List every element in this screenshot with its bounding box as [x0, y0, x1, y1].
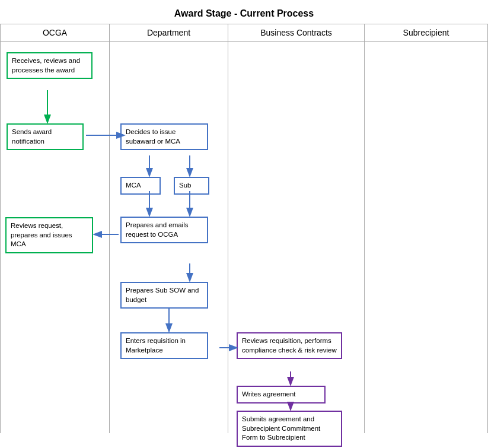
- box-reviews-req: Reviews requisition, performs compliance…: [237, 332, 342, 359]
- lane-body-biz: Reviews requisition, performs compliance…: [228, 42, 365, 433]
- box-decides: Decides to issue subaward or MCA: [120, 123, 208, 150]
- box-sub: Sub: [174, 177, 209, 195]
- box-sends: Sends award notification: [7, 123, 84, 150]
- box-reviews-request: Reviews request, prepares and issues MCA: [5, 217, 93, 253]
- box-prepares-sub: Prepares Sub SOW and budget: [120, 282, 208, 309]
- page-title: Award Stage - Current Process: [0, 0, 488, 24]
- lane-body-dept: Decides to issue subaward or MCA MCA Sub…: [110, 42, 228, 433]
- box-submits-agreement: Submits agreement and Subrecipient Commi…: [237, 411, 342, 447]
- diagram-wrapper: OCGA Department Business Contracts Subre…: [0, 24, 488, 433]
- lane-body-ocga: Receives, reviews and processes the awar…: [0, 42, 110, 433]
- lane-header-ocga: OCGA: [0, 24, 110, 42]
- box-enters-req: Enters requisition in Marketplace: [120, 332, 208, 359]
- box-prepares-emails: Prepares and emails request to OCGA: [120, 217, 208, 243]
- box-receives: Receives, reviews and processes the awar…: [7, 52, 93, 79]
- box-writes-agreement: Writes agreement: [237, 386, 326, 403]
- box-mca: MCA: [120, 177, 161, 195]
- lane-header-dept: Department: [110, 24, 228, 42]
- lane-header-biz: Business Contracts: [228, 24, 365, 42]
- lane-header-sub: Subrecipient: [365, 24, 488, 42]
- lane-body-sub: Reviews and comments on agreement: [365, 42, 488, 433]
